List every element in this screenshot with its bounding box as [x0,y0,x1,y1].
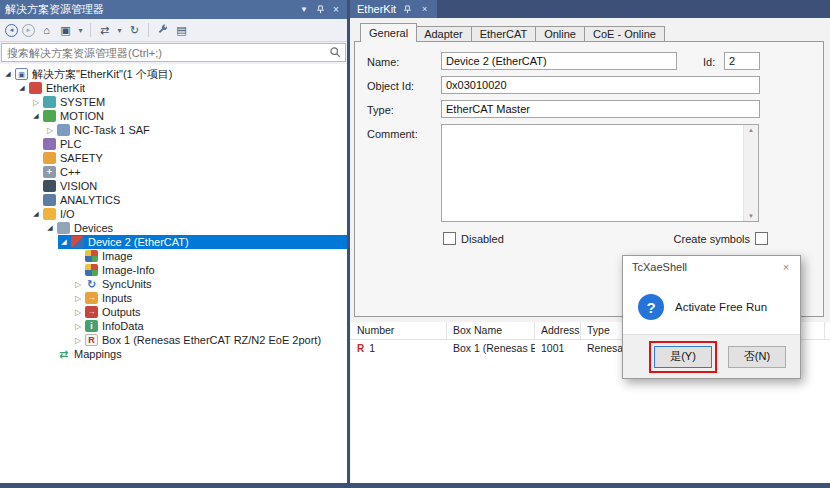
close-icon[interactable]: × [328,2,344,17]
sync-icon[interactable]: ⇄ [96,22,113,39]
tree-item-label: 解决方案"EtherKit"(1 个项目) [32,67,172,82]
caret-icon[interactable]: ▾ [76,22,85,39]
tab-coe-online[interactable]: CoE - Online [585,26,665,42]
window-menu-chevron-icon[interactable]: ▼ [296,2,312,17]
scroll-up-icon[interactable]: ▲ [748,127,754,133]
outputs-icon: → [85,306,98,318]
home-icon[interactable]: ⌂ [38,22,55,39]
refresh-icon[interactable]: ↻ [126,22,143,39]
tab-general[interactable]: General [360,23,417,42]
tab-online[interactable]: Online [536,26,585,42]
column-header-address[interactable]: Address [535,322,581,339]
tree-item-image[interactable]: Image [0,249,347,263]
disabled-checkbox[interactable] [443,232,456,245]
tree-item-safety[interactable]: SAFETY [0,151,347,165]
search-row [0,42,347,64]
expanded-arrow-icon[interactable]: ◢ [2,70,14,78]
box-name-cell: Box 1 (Renesas Ether... [447,342,535,354]
tree-item-etherkit-1[interactable]: ◢▣解决方案"EtherKit"(1 个项目) [0,67,347,81]
inputs-icon: → [85,292,98,304]
tree-item-mappings[interactable]: ⇄Mappings [0,347,347,361]
scope-icon[interactable]: ▣ [57,22,74,39]
id-input[interactable] [724,52,760,70]
tree-item-syncunits[interactable]: ▷↻SyncUnits [0,277,347,291]
tree-item-analytics[interactable]: ANALYTICS [0,193,347,207]
expanded-arrow-icon[interactable]: ◢ [58,238,70,246]
tree-item-infodata[interactable]: ▷iInfoData [0,319,347,333]
yes-button[interactable]: 是(Y) [654,346,712,368]
comment-scrollbar[interactable]: ▲ ▼ [743,125,758,221]
tree-indent [0,137,30,151]
expanded-arrow-icon[interactable]: ◢ [30,112,42,120]
expanded-arrow-icon[interactable]: ◢ [16,84,28,92]
tree-item-box-1-renesas-ethercat-rz-n2-e[interactable]: ▷RBox 1 (Renesas EtherCAT RZ/N2 EoE 2por… [0,333,347,347]
expanded-arrow-icon[interactable]: ◢ [30,210,42,218]
dialog-footer: 是(Y) 否(N) [623,334,800,378]
preview-icon[interactable]: ▤ [173,22,190,39]
tree-item-label: I/O [60,208,75,220]
tree-item-label: NC-Task 1 SAF [74,124,150,136]
tree-item-label: Inputs [102,292,132,304]
back-icon[interactable]: ◄ [5,24,18,37]
no-button[interactable]: 否(N) [728,346,786,368]
scroll-down-icon[interactable]: ▼ [748,213,754,219]
tree-item-device-2-ethercat[interactable]: ◢Device 2 (EtherCAT) [0,235,347,249]
tree-item-label: Box 1 (Renesas EtherCAT RZ/N2 EoE 2port) [102,334,321,346]
safety-icon [43,152,56,164]
column-header-box-name[interactable]: Box Name [447,322,535,339]
forward-icon[interactable]: ► [22,24,35,37]
dialog-titlebar[interactable]: TcXaeShell × [623,256,800,278]
document-tab-etherkit[interactable]: EtherKit × [350,0,437,18]
create-symbols-checkbox[interactable] [755,232,768,245]
collapsed-arrow-icon[interactable]: ▷ [72,336,84,345]
wrench-icon[interactable] [154,22,171,39]
search-icon[interactable] [325,46,345,59]
tree-item-label: C++ [60,166,81,178]
tree-item-system[interactable]: ▷SYSTEM [0,95,347,109]
expanded-arrow-icon[interactable]: ◢ [44,224,56,232]
column-header-number[interactable]: Number [351,322,447,339]
tree-item-etherkit[interactable]: ◢EtherKit [0,81,347,95]
comment-textarea[interactable]: ▲ ▼ [441,124,759,222]
pin-icon[interactable] [402,5,413,14]
dialog-body: ? Activate Free Run [623,278,800,336]
box-icon: R [85,334,98,346]
collapsed-arrow-icon[interactable]: ▷ [72,294,84,303]
collapsed-arrow-icon[interactable]: ▷ [72,308,84,317]
close-icon[interactable]: × [419,4,430,14]
solution-explorer-titlebar[interactable]: 解决方案资源管理器 ▼ × [0,0,347,19]
pin-icon[interactable] [312,2,328,17]
tree-item-c[interactable]: +C++ [0,165,347,179]
tree-item-motion[interactable]: ◢MOTION [0,109,347,123]
tree-indent [0,291,72,305]
close-icon[interactable]: × [778,261,794,273]
tree-indent [0,249,72,263]
tree-item-image-info[interactable]: Image-Info [0,263,347,277]
collapsed-arrow-icon[interactable]: ▷ [30,98,42,107]
tree-item-nc-task-1-saf[interactable]: ▷NC-Task 1 SAF [0,123,347,137]
caret-icon[interactable]: ▾ [115,22,124,39]
tree-item-label: SAFETY [60,152,103,164]
collapsed-arrow-icon[interactable]: ▷ [72,322,84,331]
document-tabstrip: EtherKit × [350,0,830,18]
tree-item-vision[interactable]: VISION [0,179,347,193]
tree-item-devices[interactable]: ◢Devices [0,221,347,235]
object-id-input[interactable] [441,76,760,94]
tree-item-inputs[interactable]: ▷→Inputs [0,291,347,305]
type-input[interactable] [441,100,760,118]
infodata-icon: i [85,320,98,332]
tree-item-plc[interactable]: PLC [0,137,347,151]
tree-item-i-o[interactable]: ◢I/O [0,207,347,221]
solution-explorer-panel: 解决方案资源管理器 ▼ × ◄►⌂▣▾⇄▾↻▤ ◢▣解决方案"EtherKit"… [0,0,347,483]
solution-icon: ▣ [15,68,28,80]
tab-adapter[interactable]: Adapter [416,26,472,42]
collapsed-arrow-icon[interactable]: ▷ [44,126,56,135]
system-icon [43,96,56,108]
name-input[interactable] [441,52,677,70]
tree-item-outputs[interactable]: ▷→Outputs [0,305,347,319]
tab-ethercat[interactable]: EtherCAT [472,26,536,42]
tree-item-label: Image-Info [102,264,155,276]
collapsed-arrow-icon[interactable]: ▷ [72,280,84,289]
search-input[interactable] [2,47,325,59]
tree-item-label: VISION [60,180,97,192]
